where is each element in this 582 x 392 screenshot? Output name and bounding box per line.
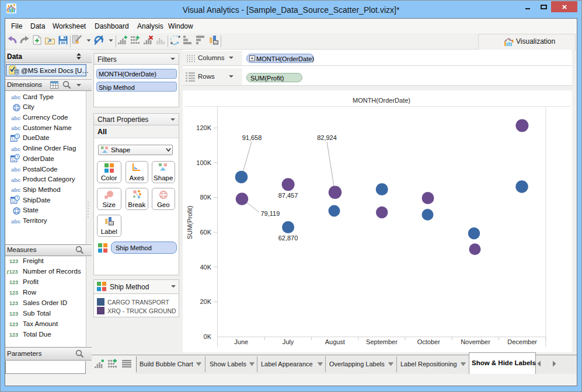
svg-text:91,658: 91,658 [242, 134, 262, 141]
svg-text:100K: 100K [196, 159, 211, 166]
svg-text:80K: 80K [200, 194, 211, 201]
svg-text:December: December [507, 338, 537, 345]
svg-text:LO: LO [109, 222, 113, 225]
svg-text:August: August [325, 338, 345, 345]
svg-text:November: November [461, 338, 490, 345]
svg-text:LO: LO [214, 41, 218, 44]
svg-text:0K: 0K [204, 333, 212, 340]
svg-text:June: June [234, 338, 248, 345]
svg-text:October: October [417, 338, 440, 345]
svg-text:September: September [366, 338, 398, 345]
svg-text:82,924: 82,924 [317, 134, 337, 141]
svg-text:62,870: 62,870 [278, 235, 298, 242]
svg-text:120K: 120K [196, 124, 211, 131]
svg-text:40K: 40K [200, 264, 211, 271]
svg-text:87,457: 87,457 [278, 192, 298, 199]
svg-text:SUM(Profit): SUM(Profit) [186, 206, 193, 239]
svg-text:60K: 60K [200, 229, 211, 236]
svg-text:July: July [283, 338, 294, 345]
svg-text:20K: 20K [200, 298, 211, 305]
svg-text:79,119: 79,119 [261, 210, 280, 217]
svg-text:MONTH(OrderDate): MONTH(OrderDate) [353, 97, 410, 104]
